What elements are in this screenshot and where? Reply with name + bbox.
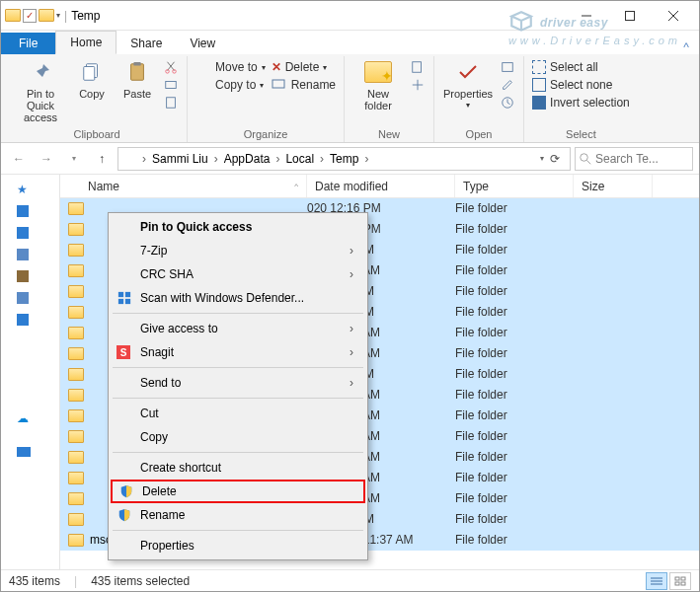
ctx-windows-defender[interactable]: Scan with Windows Defender... — [111, 286, 365, 310]
easy-access-icon[interactable] — [410, 78, 426, 92]
folder-icon — [68, 451, 84, 464]
nav-icon[interactable] — [17, 292, 29, 304]
copy-to-button[interactable]: Copy to ▾ — [195, 78, 266, 92]
new-item-icon[interactable] — [410, 60, 426, 74]
chevron-right-icon[interactable]: › — [212, 152, 220, 166]
folder-icon — [68, 223, 84, 236]
pin-to-quick-access-button[interactable]: Pin to Quick access — [15, 56, 66, 125]
tab-home[interactable]: Home — [55, 31, 117, 54]
ctx-snagit[interactable]: SSnagit› — [111, 340, 365, 364]
ctx-delete[interactable]: Delete — [111, 480, 365, 503]
edit-icon[interactable] — [500, 78, 515, 92]
move-to-button[interactable]: Move to ▾ — [195, 60, 266, 74]
folder-icon — [68, 285, 84, 298]
svg-rect-6 — [131, 64, 144, 81]
crumb[interactable]: Local — [281, 152, 318, 166]
search-input[interactable]: Search Te... — [575, 147, 693, 171]
select-all-button[interactable]: Select all — [532, 60, 630, 74]
select-none-button[interactable]: Select none — [532, 78, 630, 92]
ctx-properties[interactable]: Properties — [111, 534, 365, 557]
nav-icon[interactable] — [17, 249, 29, 260]
group-label: Open — [466, 128, 493, 142]
nav-icon[interactable] — [17, 270, 29, 282]
tab-view[interactable]: View — [176, 33, 229, 54]
status-bar: 435 items | 435 items selected — [1, 569, 699, 591]
svg-point-16 — [581, 153, 588, 161]
quick-access-icon[interactable]: ★ — [17, 183, 33, 196]
ctx-send-to[interactable]: Send to› — [111, 371, 365, 395]
qat-check-icon[interactable]: ✓ — [23, 9, 37, 23]
new-folder-button[interactable]: ✦ New folder — [352, 56, 404, 113]
up-button[interactable]: ↑ — [90, 147, 114, 171]
qat-dropdown-icon[interactable]: ▾ — [56, 11, 60, 20]
svg-rect-25 — [675, 577, 679, 580]
crumb[interactable]: Sammi Liu — [148, 152, 212, 166]
ctx-7zip[interactable]: 7-Zip› — [111, 239, 365, 262]
crumb[interactable]: AppData — [220, 152, 274, 166]
column-headers[interactable]: Name^ Date modified Type Size — [60, 175, 699, 198]
thumbnails-view-button[interactable] — [669, 572, 691, 590]
nav-icon[interactable] — [17, 356, 33, 370]
copy-button[interactable]: Copy — [72, 56, 112, 102]
chevron-right-icon[interactable]: › — [318, 152, 326, 166]
column-date[interactable]: Date modified — [307, 175, 455, 197]
details-view-button[interactable] — [646, 572, 667, 590]
svg-rect-19 — [125, 292, 130, 297]
minimize-button[interactable] — [565, 1, 608, 31]
column-type[interactable]: Type — [455, 175, 574, 197]
nav-icon[interactable] — [17, 227, 29, 239]
file-type: File folder — [455, 388, 574, 402]
chevron-right-icon: › — [350, 244, 353, 258]
nav-icon[interactable] — [17, 334, 33, 348]
recent-locations-icon[interactable]: ▾ — [62, 147, 86, 171]
this-pc-icon[interactable] — [17, 447, 31, 457]
search-placeholder: Search Te... — [595, 152, 659, 166]
column-name[interactable]: Name^ — [60, 175, 307, 197]
chevron-right-icon: › — [350, 267, 353, 281]
properties-button[interactable]: Properties▾ — [442, 56, 494, 112]
back-button[interactable]: ← — [7, 147, 31, 171]
chevron-right-icon[interactable]: › — [140, 152, 148, 166]
chevron-right-icon[interactable]: › — [362, 152, 370, 166]
rename-button[interactable]: Rename — [272, 78, 336, 92]
svg-rect-5 — [84, 67, 95, 81]
open-icon[interactable] — [500, 60, 515, 74]
history-icon[interactable] — [500, 96, 515, 110]
collapse-ribbon-icon[interactable]: ^ — [673, 40, 699, 54]
nav-icon[interactable] — [17, 314, 29, 326]
ctx-copy[interactable]: Copy — [111, 425, 365, 449]
svg-line-17 — [587, 160, 591, 164]
ctx-crc-sha[interactable]: CRC SHA› — [111, 262, 365, 286]
chevron-right-icon[interactable]: › — [273, 152, 281, 166]
ctx-pin-quick-access[interactable]: Pin to Quick access — [111, 215, 365, 239]
folder-icon — [68, 368, 84, 381]
ctx-create-shortcut[interactable]: Create shortcut — [111, 456, 365, 480]
column-size[interactable]: Size — [574, 175, 653, 197]
nav-icon[interactable] — [17, 205, 29, 217]
ctx-give-access-to[interactable]: Give access to› — [111, 317, 365, 340]
tab-share[interactable]: Share — [117, 33, 176, 54]
forward-button[interactable]: → — [35, 147, 58, 171]
svg-rect-20 — [118, 299, 123, 304]
tab-file[interactable]: File — [1, 33, 55, 54]
ctx-cut[interactable]: Cut — [111, 402, 365, 425]
crumb[interactable]: Temp — [326, 152, 362, 166]
refresh-icon[interactable]: ⟳ — [544, 152, 566, 166]
ctx-rename[interactable]: Rename — [111, 503, 365, 527]
maximize-button[interactable] — [608, 1, 652, 31]
svg-rect-7 — [133, 62, 140, 66]
copy-path-icon[interactable] — [163, 78, 179, 92]
nav-icon[interactable] — [17, 378, 33, 392]
onedrive-icon[interactable]: ☁ — [17, 411, 33, 425]
cut-icon[interactable] — [163, 60, 179, 74]
folder-icon — [68, 472, 84, 484]
svg-rect-14 — [503, 63, 513, 72]
delete-button[interactable]: ✕Delete ▾ — [272, 60, 336, 74]
paste-button[interactable]: Paste — [117, 56, 157, 102]
invert-selection-button[interactable]: Invert selection — [532, 96, 630, 110]
navigation-pane[interactable]: ★ ☁ — [1, 175, 60, 583]
folder-icon — [68, 306, 84, 319]
breadcrumb[interactable]: › Sammi Liu› AppData› Local› Temp› ▾ ⟳ — [117, 147, 571, 171]
paste-shortcut-icon[interactable] — [163, 96, 179, 110]
close-button[interactable] — [652, 1, 695, 31]
